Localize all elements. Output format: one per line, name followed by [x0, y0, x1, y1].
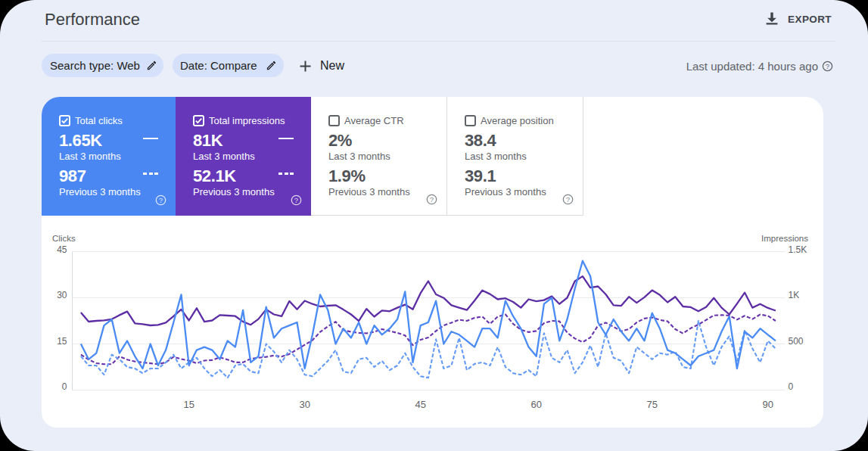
svg-text:90: 90: [762, 399, 773, 410]
svg-text:15: 15: [57, 336, 67, 347]
svg-text:30: 30: [57, 290, 67, 300]
svg-text:45: 45: [415, 399, 425, 410]
svg-text:0: 0: [789, 381, 794, 392]
svg-text:45: 45: [57, 244, 67, 255]
svg-text:60: 60: [530, 399, 541, 410]
svg-text:1.5K: 1.5K: [789, 244, 807, 255]
svg-text:0: 0: [62, 381, 67, 392]
svg-text:30: 30: [299, 399, 310, 410]
svg-text:15: 15: [183, 399, 194, 410]
svg-text:500: 500: [789, 336, 804, 347]
svg-text:75: 75: [646, 399, 657, 410]
svg-text:1K: 1K: [789, 290, 800, 300]
